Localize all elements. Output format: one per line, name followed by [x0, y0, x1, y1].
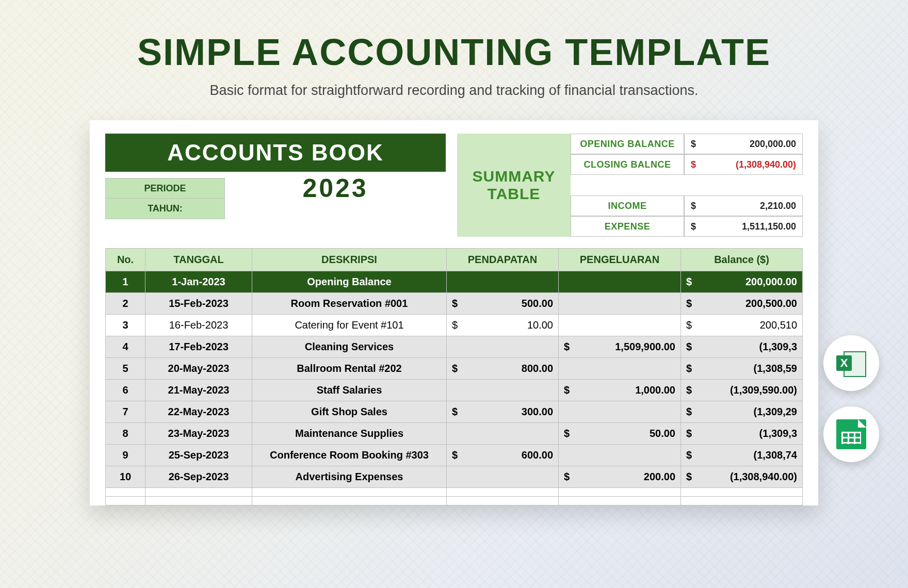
table-row	[106, 497, 803, 505]
summary-label: EXPENSE	[571, 216, 684, 237]
col-tanggal: TANGGAL	[145, 249, 252, 271]
summary-label: CLOSING BALNCE	[571, 154, 684, 175]
table-row: 215-Feb-2023Room Reservation #001$500.00…	[106, 293, 803, 315]
summary-value: $(1,308,940.00)	[684, 154, 803, 175]
col-balance: Balance ($)	[681, 249, 803, 271]
table-row: 520-May-2023Ballroom Rental #202$800.00$…	[106, 358, 803, 380]
google-sheets-icon	[836, 419, 866, 449]
summary-panel: SUMMARY TABLE OPENING BALANCE$200,000.00…	[457, 134, 803, 237]
table-row	[106, 488, 803, 497]
col-deskripsi: DESKRIPSI	[252, 249, 447, 271]
table-row: 316-Feb-2023Catering for Event #101$10.0…	[106, 315, 803, 336]
col-pendapatan: PENDAPATAN	[447, 249, 559, 271]
summary-label: OPENING BALANCE	[571, 134, 684, 154]
page-title: SIMPLE ACCOUNTING TEMPLATE	[0, 31, 908, 73]
periode-label: PERIODE	[105, 178, 225, 199]
summary-value: $200,000.00	[684, 134, 803, 154]
summary-value: $1,511,150.00	[684, 216, 803, 237]
accounts-book-title: ACCOUNTS BOOK	[105, 134, 446, 172]
spreadsheet-card: ACCOUNTS BOOK PERIODE 2023 TAHUN: SUMMAR…	[90, 120, 818, 505]
page-subtitle: Basic format for straightforward recordi…	[0, 83, 908, 99]
table-row: 722-May-2023Gift Shop Sales$300.00$(1,30…	[106, 401, 803, 423]
sheets-badge[interactable]	[823, 406, 879, 462]
table-row: 925-Sep-2023Conference Room Booking #303…	[106, 445, 803, 466]
accounts-book-panel: ACCOUNTS BOOK PERIODE 2023 TAHUN:	[105, 134, 446, 237]
ledger-table: No. TANGGAL DESKRIPSI PENDAPATAN PENGELU…	[105, 248, 803, 505]
summary-label: INCOME	[571, 195, 684, 216]
summary-title: SUMMARY TABLE	[457, 134, 571, 237]
table-row: 621-May-2023Staff Salaries$1,000.00$(1,3…	[106, 380, 803, 401]
table-row: 417-Feb-2023Cleaning Services$1,509,900.…	[106, 336, 803, 358]
table-row: 11-Jan-2023Opening Balance$200,000.00	[106, 271, 803, 293]
col-pengeluaran: PENGELUARAN	[559, 249, 681, 271]
excel-badge[interactable]: X	[823, 335, 879, 391]
excel-icon: X	[836, 348, 866, 378]
table-row: 1026-Sep-2023Advertising Expenses$200.00…	[106, 466, 803, 488]
tahun-label: TAHUN:	[105, 199, 225, 219]
table-row: 823-May-2023Maintenance Supplies$50.00$(…	[106, 423, 803, 445]
year-value: 2023	[225, 178, 446, 199]
col-no: No.	[106, 249, 145, 271]
summary-value: $2,210.00	[684, 195, 803, 216]
